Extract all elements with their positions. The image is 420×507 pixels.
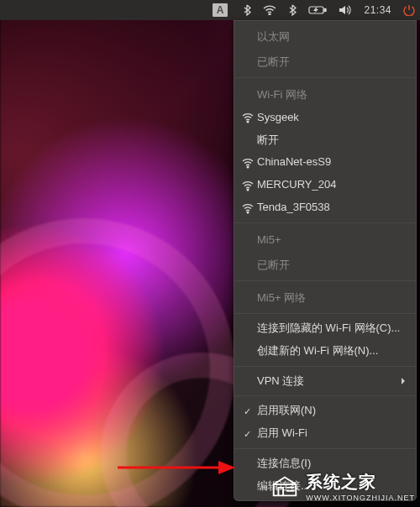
wifi-connected-label: Sysgeek	[257, 111, 299, 123]
menu-divider	[234, 313, 417, 314]
wifi-ap-item[interactable]: Tenda_3F0538	[234, 196, 417, 219]
wifi-heading: Wi-Fi 网络	[234, 81, 417, 107]
volume-icon[interactable]	[339, 5, 352, 15]
wifi-signal-icon	[242, 180, 254, 191]
enable-networking-toggle[interactable]: ✓ 启用联网(N)	[234, 400, 417, 422]
bluetooth-icon[interactable]	[243, 4, 251, 16]
menu-divider	[234, 395, 417, 396]
svg-point-5	[247, 189, 249, 191]
wifi-ap-label: MERCURY_204	[257, 178, 336, 191]
ime-indicator[interactable]: A	[213, 3, 228, 17]
wifi-ap-item[interactable]: ChinaNet-esS9	[234, 151, 417, 174]
network-menu: 以太网 已断开 Wi-Fi 网络 Sysgeek 断开 ChinaNet-esS…	[234, 20, 417, 501]
wifi-signal-icon	[242, 202, 254, 214]
create-wifi-item[interactable]: 创建新的 Wi-Fi 网络(N)...	[234, 340, 417, 363]
check-icon: ✓	[244, 405, 251, 417]
svg-point-3	[247, 121, 249, 123]
vpn-submenu[interactable]: VPN 连接	[234, 370, 417, 393]
menu-divider	[234, 366, 417, 367]
wifi-icon[interactable]	[263, 5, 276, 15]
battery-icon[interactable]	[308, 5, 327, 15]
ethernet-heading: 以太网	[234, 24, 417, 49]
wifi-ap-label: Tenda_3F0538	[257, 201, 330, 213]
enable-wifi-toggle[interactable]: ✓ 启用 Wi-Fi	[234, 422, 417, 445]
menu-divider	[234, 77, 417, 78]
watermark: 系统之家 WWW.XITONGZHIJIA.NET	[269, 470, 415, 502]
menu-divider	[234, 222, 417, 223]
mi5-heading: Mi5+	[234, 227, 417, 252]
enable-wifi-label: 启用 Wi-Fi	[257, 426, 307, 439]
svg-point-6	[247, 212, 249, 213]
menu-divider	[234, 280, 417, 281]
watermark-logo-icon	[269, 470, 301, 502]
connect-hidden-wifi-item[interactable]: 连接到隐藏的 Wi-Fi 网络(C)...	[234, 317, 417, 340]
menu-divider	[234, 448, 417, 449]
system-top-bar: A 21:34	[0, 0, 420, 20]
watermark-subtitle: WWW.XITONGZHIJIA.NET	[306, 494, 415, 502]
power-icon[interactable]	[403, 4, 415, 16]
ethernet-status: 已断开	[234, 49, 417, 74]
bluetooth-devices-icon[interactable]	[288, 4, 297, 16]
wifi-disconnect-item[interactable]: 断开	[234, 129, 417, 152]
svg-point-0	[270, 13, 271, 15]
wifi-signal-icon	[242, 112, 254, 123]
wifi-signal-icon	[242, 157, 254, 169]
wifi-ap-label: ChinaNet-esS9	[257, 155, 331, 168]
svg-point-4	[247, 166, 249, 168]
check-icon: ✓	[244, 428, 251, 440]
mi5-status: 已断开	[234, 252, 417, 277]
enable-networking-label: 启用联网(N)	[257, 404, 316, 416]
clock-label[interactable]: 21:34	[364, 4, 391, 16]
wifi-ap-item[interactable]: MERCURY_204	[234, 174, 417, 196]
svg-rect-2	[324, 9, 326, 12]
watermark-title: 系统之家	[306, 471, 415, 494]
wifi-connected-network[interactable]: Sysgeek	[234, 107, 417, 129]
mi5-network-heading: Mi5+ 网络	[234, 285, 417, 310]
